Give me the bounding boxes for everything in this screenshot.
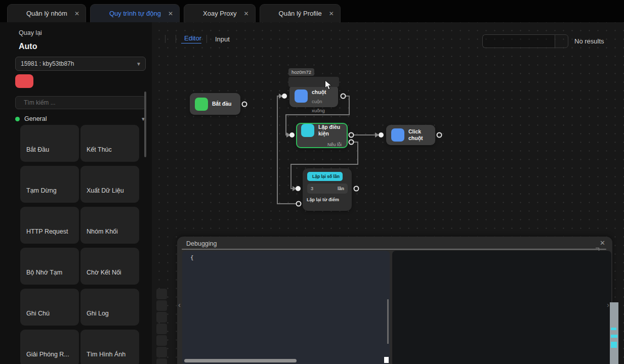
zoom-out-button[interactable] <box>156 300 167 311</box>
stop-button[interactable] <box>15 74 33 88</box>
block-timer-bolt[interactable]: Chờ Kết Nối <box>80 248 139 285</box>
arrowhead <box>293 186 297 191</box>
window-tab-0[interactable]: Quản lý nhóm✕ <box>7 4 86 22</box>
play-icon <box>195 98 208 111</box>
workflow-canvas[interactable]: Editor Input No results <box>152 22 624 364</box>
window-tab-1[interactable]: Quy trình tự động✕ <box>90 4 180 22</box>
duplicate-icon[interactable] <box>307 79 313 85</box>
port-click-in[interactable] <box>379 132 384 138</box>
repeat-header[interactable]: Lặp lại số lần <box>307 172 343 181</box>
block-label: Tìm Hình Ảnh <box>87 351 133 358</box>
tab-label: Xoay Proxy <box>203 10 236 17</box>
zoom-in-button[interactable] <box>156 289 167 299</box>
node-click-mouse[interactable]: Click chuột <box>386 125 435 145</box>
tab-close-button[interactable]: ✕ <box>168 10 173 17</box>
block-group[interactable]: Nhóm Khối <box>80 207 139 244</box>
sidebar-scrollbar[interactable] <box>144 92 146 157</box>
block-broom[interactable]: Giải Phóng R... <box>20 330 79 364</box>
undo-button[interactable] <box>156 347 167 357</box>
tab-input[interactable]: Input <box>212 35 230 43</box>
block-finish[interactable]: Kết Thúc <box>80 125 139 162</box>
arrowhead <box>286 132 290 138</box>
debug-resize-handle[interactable] <box>182 249 606 250</box>
find-search-button[interactable] <box>555 34 568 48</box>
port-scroll-in[interactable] <box>282 94 287 99</box>
node-repeat-times[interactable]: Lặp lại số lần 3 lần Lặp lại từ điểm <box>303 168 352 211</box>
back-link[interactable]: Quay lại <box>15 29 42 36</box>
block-label: Bắt Đầu <box>26 146 73 153</box>
debug-close-button[interactable]: ✕ <box>600 239 605 247</box>
node-loop-condition[interactable]: Lặp điều kiện Nếu lỗi <box>296 123 348 148</box>
tab-proxy-icon <box>191 10 199 17</box>
port-start-out[interactable] <box>242 102 247 107</box>
table-button[interactable] <box>60 74 73 87</box>
block-loglines[interactable]: Ghi Log <box>80 289 139 326</box>
terminal-button[interactable] <box>120 74 133 87</box>
block-timer[interactable]: Tạm Dừng <box>20 166 79 203</box>
tab-label: Quản lý Profile <box>279 10 322 17</box>
port-scroll-out[interactable] <box>341 94 346 99</box>
block-export[interactable]: Xuất Dữ Liệu <box>80 166 139 203</box>
find-widget: No results <box>482 34 615 48</box>
port-frompoint[interactable] <box>297 202 301 206</box>
port-click-out[interactable] <box>437 133 442 138</box>
port-repeat-in[interactable] <box>296 186 301 191</box>
trash-icon[interactable] <box>292 79 298 85</box>
port-repeat-out[interactable] <box>354 187 359 191</box>
port-loop-out-2[interactable] <box>349 140 354 145</box>
back-label: Quay lại <box>19 29 42 36</box>
block-note[interactable]: Ghi Chú <box>20 289 79 326</box>
mouse-cursor <box>324 80 332 90</box>
block-image-search[interactable]: Tìm Hình Ảnh <box>80 330 139 364</box>
arrowhead <box>279 94 283 99</box>
minimap-mark <box>611 328 616 330</box>
database-button[interactable] <box>80 74 93 87</box>
window-tab-3[interactable]: Quản lý Profile✕ <box>260 4 341 22</box>
block-http[interactable]: HTTP Request <box>20 207 79 244</box>
sidebar-search-input[interactable] <box>24 99 125 106</box>
redo-button[interactable] <box>156 358 167 364</box>
repeat-count-field[interactable]: 3 lần <box>307 184 348 194</box>
port-loop-in[interactable] <box>289 132 295 138</box>
find-results-count: No results <box>574 37 604 45</box>
minimap-scrollbar[interactable] <box>610 302 618 364</box>
loop-icon <box>301 124 314 137</box>
gear-icon[interactable] <box>299 79 305 85</box>
eye-icon[interactable] <box>315 79 321 85</box>
tab-close-button[interactable]: ✕ <box>74 10 79 17</box>
scroll-grip[interactable] <box>384 357 389 363</box>
tab-close-button[interactable]: ✕ <box>329 10 334 17</box>
chevron-down-icon: ▼ <box>136 61 141 67</box>
on-error-label: Nếu lỗi <box>301 142 343 147</box>
collapse-right-icon[interactable]: › <box>607 300 609 309</box>
tab-label: Quy trình tự động <box>109 10 161 17</box>
tab-editor[interactable]: Editor <box>181 34 201 43</box>
collapse-left-icon[interactable]: ‹ <box>178 300 181 309</box>
section-general[interactable]: General ▼ <box>15 114 146 123</box>
kebab-button[interactable] <box>140 74 146 87</box>
node-start[interactable]: Bắt đầu <box>190 93 240 115</box>
find-input[interactable] <box>482 34 555 48</box>
horizontal-scrollbar[interactable] <box>184 359 297 362</box>
save-button[interactable] <box>40 74 53 87</box>
block-label: Ghi Chú <box>26 310 73 317</box>
fit-button[interactable] <box>156 312 167 323</box>
block-clipboard[interactable]: Bộ Nhớ Tạm <box>20 248 79 285</box>
gear-button[interactable] <box>100 74 113 87</box>
port-loop-out-1[interactable] <box>349 133 354 138</box>
debug-panel: Debugging ✕ { ‹ › <box>177 237 612 364</box>
block-label: Kết Thúc <box>87 146 133 153</box>
vertical-scrollbar[interactable] <box>387 299 389 344</box>
profile-select[interactable]: 15981 : kby53tb87h ▼ <box>15 57 146 71</box>
block-play[interactable]: Bắt Đầu <box>20 125 79 162</box>
tab-close-button[interactable]: ✕ <box>243 10 248 17</box>
window-tab-2[interactable]: Xoay Proxy✕ <box>184 4 256 22</box>
arrowhead <box>375 132 379 138</box>
auto-layout-button[interactable] <box>156 335 167 346</box>
block-label: Ghi Log <box>87 310 133 317</box>
lock-button[interactable] <box>156 324 167 334</box>
minimap-mark <box>611 335 617 338</box>
block-label: Chờ Kết Nối <box>87 269 133 276</box>
mouse-icon <box>295 89 308 103</box>
automation-title: Auto <box>14 42 37 51</box>
